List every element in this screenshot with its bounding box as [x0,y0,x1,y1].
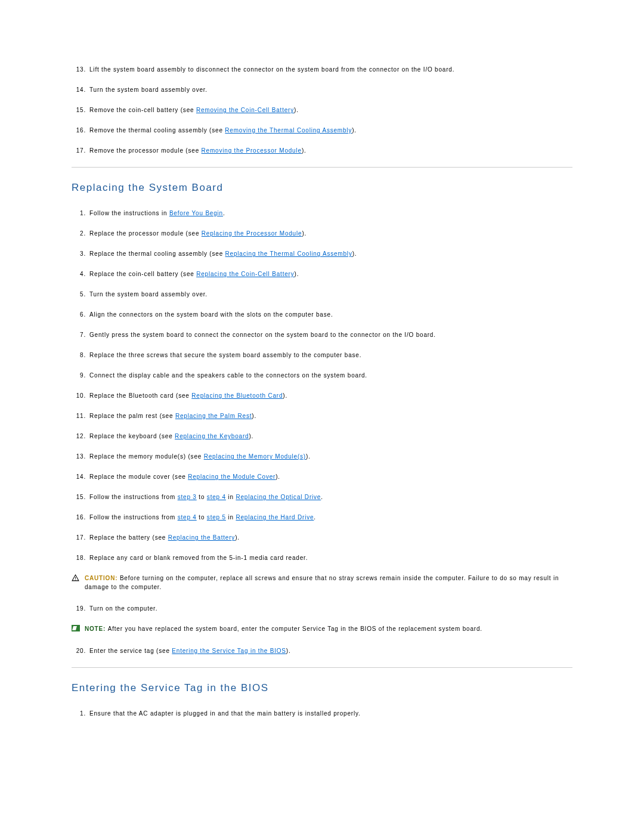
step-text: ). [252,413,256,419]
step-number: 14. [72,473,86,481]
list-item: 13.Replace the memory module(s) (see Rep… [72,453,572,461]
cross-reference-link[interactable]: Before You Begin [169,210,223,216]
step-text: Replace any card or blank removed from t… [89,555,308,561]
top-steps-list: 13.Lift the system board assembly to dis… [72,66,572,155]
cross-reference-link[interactable]: Replacing the Coin-Cell Battery [196,271,294,277]
cross-reference-link[interactable]: Replacing the Optical Drive [236,494,321,500]
caution-icon [72,574,79,585]
note-label: NOTE: [85,625,108,632]
step-text: Follow the instructions in [89,210,169,216]
link-entering-service-tag[interactable]: Entering the Service Tag in the BIOS [172,648,286,654]
note-text: NOTE: After you have replaced the system… [85,625,482,632]
step-text: Replace the three screws that secure the… [89,352,361,358]
cross-reference-link[interactable]: Removing the Coin-Cell Battery [196,107,294,113]
cross-reference-link[interactable]: step 4 [178,514,197,521]
cross-reference-link[interactable]: Replacing the Module Cover [188,473,275,480]
step-number: 17. [72,534,86,542]
cross-reference-link[interactable]: Replacing the Bluetooth Card [191,392,283,399]
step-number: 3. [72,250,86,258]
step-text: Gently press the system board to connect… [89,332,436,338]
separator [72,667,572,668]
step-text: Replace the battery (see [89,534,168,541]
step-text: ). [295,271,299,277]
list-item: 9.Connect the display cable and the spea… [72,371,572,380]
step-text: to [197,514,207,521]
list-item: 15.Remove the coin-cell battery (see Rem… [72,106,572,114]
list-item: 5.Turn the system board assembly over. [72,290,572,299]
step-text: ). [294,107,299,113]
cross-reference-link[interactable]: Replacing the Memory Module(s) [204,453,306,460]
cross-reference-link[interactable]: Replacing the Thermal Cooling Assembly [225,250,352,257]
list-item: 15.Follow the instructions from step 3 t… [72,493,572,501]
step-text: Replace the coin-cell battery (see [89,271,196,277]
step-number: 6. [72,311,86,319]
cross-reference-link[interactable]: Replacing the Keyboard [175,433,249,439]
bios-steps-list: 1.Ensure that the AC adapter is plugged … [72,710,572,718]
note-icon [72,625,80,631]
step-text: ). [283,392,287,399]
list-item: 2.Replace the processor module (see Repl… [72,230,572,238]
step-number: 1. [72,209,86,218]
step-number: 2. [72,230,86,238]
step-text: Replace the Bluetooth card (see [89,392,191,399]
cross-reference-link[interactable]: Removing the Thermal Cooling Assembly [225,127,352,134]
list-item: 7.Gently press the system board to conne… [72,331,572,339]
section-heading-bios: Entering the Service Tag in the BIOS [72,682,572,694]
list-item: 1.Ensure that the AC adapter is plugged … [72,710,572,718]
cross-reference-link[interactable]: Removing the Processor Module [202,147,302,154]
step-number: 13. [72,453,86,461]
step-text: to [197,494,207,500]
step-text: Replace the palm rest (see [89,413,175,419]
cross-reference-link[interactable]: Replacing the Palm Rest [175,413,252,419]
step-text: Align the connectors on the system board… [89,311,333,318]
step-number: 15. [72,106,86,114]
step-number: 7. [72,331,86,339]
step-number: 13. [72,66,86,74]
list-item: 3.Replace the thermal cooling assembly (… [72,250,572,258]
step-text: ). [352,250,357,257]
list-item: 20.Enter the service tag (see Entering t… [72,647,572,655]
step-number: 8. [72,351,86,360]
step-text: ). [352,127,357,134]
list-item: 16.Follow the instructions from step 4 t… [72,513,572,522]
step-text: Turn the system board assembly over. [89,86,208,93]
step-text: Replace the memory module(s) (see [89,453,204,460]
step-text: ). [235,534,240,541]
step-text: Remove the coin-cell battery (see [89,107,196,113]
step-text: Replace the module cover (see [89,473,188,480]
step-number: 9. [72,371,86,380]
step-text: ). [306,453,311,460]
step-text: Follow the instructions from [89,494,178,500]
step-text: Lift the system board assembly to discon… [89,66,454,73]
caution-notice: CAUTION: Before turning on the computer,… [72,574,572,592]
cross-reference-link[interactable]: step 5 [207,514,226,521]
cross-reference-link[interactable]: step 3 [178,494,197,500]
cross-reference-link[interactable]: Replacing the Battery [168,534,235,541]
step-20-list: 20.Enter the service tag (see Entering t… [72,647,572,655]
section-heading-replacing: Replacing the System Board [72,182,572,194]
step-text: . [223,210,225,216]
step-number: 16. [72,513,86,522]
list-item: 16.Remove the thermal cooling assembly (… [72,126,572,135]
step-number: 11. [72,412,86,420]
list-item: 12.Replace the keyboard (see Replacing t… [72,432,572,441]
step-text: in [226,494,236,500]
document-content: 13.Lift the system board assembly to dis… [72,66,572,718]
step-text: . [314,514,316,521]
step-number: 1. [72,710,86,718]
list-item: 19.Turn on the computer. [72,605,572,613]
cross-reference-link[interactable]: Replacing the Hard Drive [236,514,314,521]
step-text: ). [275,473,280,480]
list-item: 4.Replace the coin-cell battery (see Rep… [72,270,572,278]
step-text: Follow the instructions from [89,514,178,521]
cross-reference-link[interactable]: step 4 [207,494,226,500]
svg-point-1 [75,580,76,580]
step-number: 12. [72,432,86,441]
step-text: Replace the keyboard (see [89,433,175,439]
step-text: ). [302,147,306,154]
cross-reference-link[interactable]: Replacing the Processor Module [202,230,302,237]
step-text: ). [249,433,253,439]
list-item: 14.Replace the module cover (see Replaci… [72,473,572,481]
list-item: 11.Replace the palm rest (see Replacing … [72,412,572,420]
list-item: 8.Replace the three screws that secure t… [72,351,572,360]
